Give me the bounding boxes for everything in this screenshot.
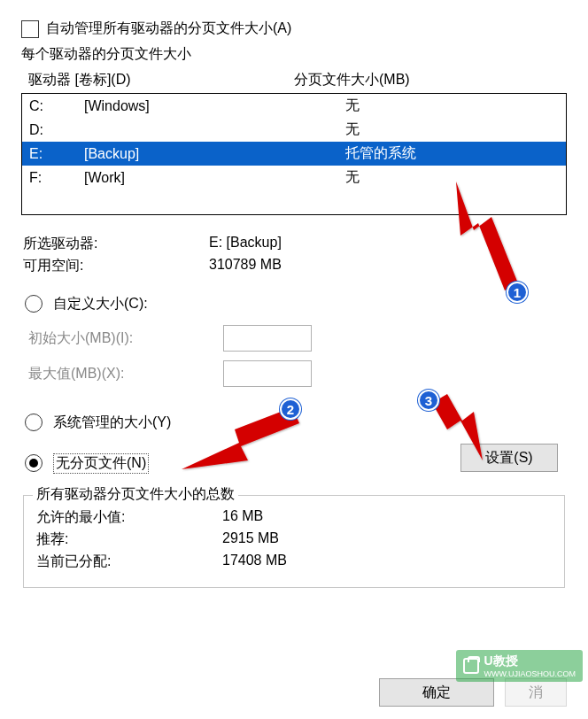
annotation-badge-3: 3 [418,390,439,411]
annotation-badge-2: 2 [280,398,301,420]
col-header-pagefile: 分页文件大小(MB) [294,71,567,89]
auto-manage-label: 自动管理所有驱动器的分页文件大小(A) [46,19,291,38]
no-pagefile-label: 无分页文件(N) [53,453,149,474]
system-managed-radio[interactable] [25,414,43,431]
totals-min-value: 16 MB [222,508,263,527]
drive-row[interactable]: D:无 [22,118,566,142]
free-space-value: 310789 MB [209,257,567,275]
drive-pagefile-size: 无 [345,120,559,139]
ok-button[interactable]: 确定 [379,678,494,707]
drive-row[interactable]: C:[Windows]无 [22,94,566,118]
drive-list-headers: 驱动器 [卷标](D) 分页文件大小(MB) [21,69,567,93]
drive-letter: D: [29,122,84,138]
totals-min-label: 允许的最小值: [36,508,222,527]
drive-letter: F: [29,170,84,186]
system-managed-label: 系统管理的大小(Y) [53,414,171,432]
drive-volume-label: [Work] [84,170,345,186]
selected-drive-row: 所选驱动器: E: [Backup] [23,235,567,253]
free-space-label: 可用空间: [23,257,209,275]
auto-manage-checkbox-row: 自动管理所有驱动器的分页文件大小(A) [21,19,567,38]
initial-size-row: 初始大小(MB)(I): [28,325,567,352]
lock-icon [463,658,479,674]
custom-size-label: 自定义大小(C): [53,295,148,313]
totals-fieldset: 所有驱动器分页文件大小的总数 允许的最小值: 16 MB 推荐: 2915 MB… [23,495,565,588]
drive-letter: E: [29,146,84,162]
totals-cur-value: 17408 MB [222,553,287,571]
auto-manage-checkbox[interactable] [21,20,39,38]
max-size-input[interactable] [223,360,312,387]
annotation-badge-1: 1 [507,282,528,303]
initial-size-label: 初始大小(MB)(I): [28,329,223,348]
cancel-button[interactable]: 消 [505,678,567,707]
totals-rec-label: 推荐: [36,530,222,549]
custom-size-radio-row: 自定义大小(C): [25,291,567,316]
drives-section-title: 每个驱动器的分页文件大小 [21,45,567,64]
col-header-drive: 驱动器 [卷标](D) [28,71,294,89]
max-size-label: 最大值(MB)(X): [28,365,223,383]
dialog-button-row: 确定 消 [379,678,567,707]
drive-volume-label: [Windows] [84,98,345,114]
drive-row[interactable]: E:[Backup]托管的系统 [22,142,566,166]
selected-drive-value: E: [Backup] [209,235,567,253]
max-size-row: 最大值(MB)(X): [28,360,567,387]
no-pagefile-radio[interactable] [25,454,43,472]
set-button[interactable]: 设置(S) [460,444,558,472]
drive-pagefile-size: 无 [345,97,559,115]
custom-size-radio[interactable] [25,295,43,313]
drive-letter: C: [29,98,84,114]
drive-pagefile-size: 托管的系统 [345,144,559,163]
selected-drive-label: 所选驱动器: [23,235,209,253]
initial-size-input[interactable] [223,325,312,352]
drive-row[interactable]: F:[Work]无 [22,166,566,189]
totals-legend: 所有驱动器分页文件大小的总数 [33,485,238,504]
drive-list[interactable]: C:[Windows]无D:无E:[Backup]托管的系统F:[Work]无 [21,93,567,215]
totals-cur-label: 当前已分配: [36,553,222,571]
watermark: U教授 WWW.UJIAOSHOU.COM [456,650,584,682]
free-space-row: 可用空间: 310789 MB [23,257,567,275]
watermark-brand: U教授 [484,653,576,669]
drive-volume-label: [Backup] [84,146,345,162]
totals-rec-value: 2915 MB [222,530,279,549]
watermark-url: WWW.UJIAOSHOU.COM [484,669,576,678]
drive-pagefile-size: 无 [345,168,559,187]
